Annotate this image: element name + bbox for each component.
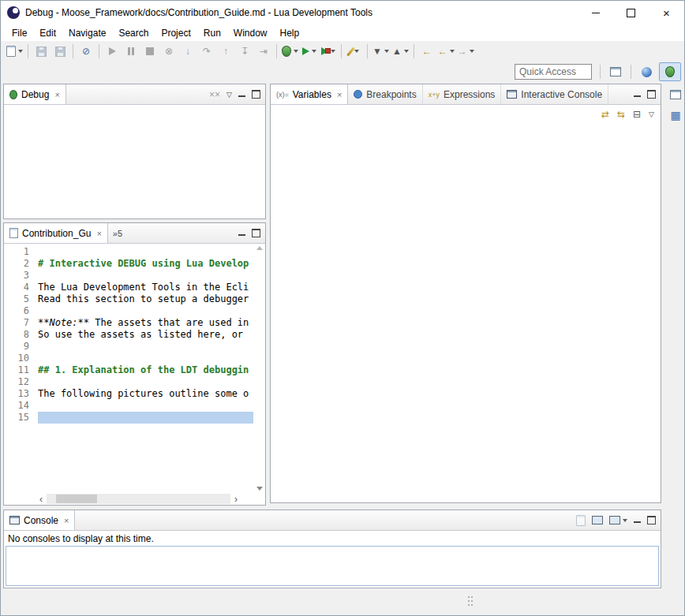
disconnect-button[interactable]: ⊗ (159, 43, 178, 60)
menu-help[interactable]: Help (274, 26, 306, 40)
step-over-button[interactable]: ↷ (197, 43, 216, 60)
hidden-editors-indicator[interactable]: »5 (108, 223, 127, 243)
maximize-debug-view-button[interactable] (252, 90, 260, 99)
line-number[interactable]: 13 (4, 388, 38, 400)
tab-variables[interactable]: (x)= Variables × (271, 84, 348, 104)
note-emphasis: **Note:** (38, 317, 89, 328)
save-button[interactable] (32, 43, 51, 60)
menu-edit[interactable]: Edit (33, 26, 62, 40)
close-console-tab-icon[interactable]: × (64, 516, 69, 525)
tab-breakpoints[interactable]: Breakpoints (348, 84, 422, 104)
mark-occurrences-button[interactable] (345, 43, 364, 60)
maximize-editor-button[interactable] (252, 229, 260, 237)
maximize-variables-view-button[interactable] (647, 90, 656, 99)
tab-console[interactable]: Console × (4, 510, 75, 530)
restore-grid-view-button[interactable]: ▦ (668, 107, 683, 123)
menu-window[interactable]: Window (227, 26, 274, 40)
quick-access-input[interactable]: Quick Access (515, 64, 592, 80)
hscroll-thumb[interactable] (56, 495, 97, 503)
scroll-left-icon[interactable]: ‹ (36, 494, 47, 505)
forward-button[interactable]: → (456, 43, 476, 60)
menu-file[interactable]: File (6, 26, 33, 40)
app-icon[interactable] (7, 6, 20, 19)
open-perspective-button[interactable] (605, 62, 627, 81)
grid-view-icon: ▦ (670, 110, 680, 121)
menu-search[interactable]: Search (112, 26, 155, 40)
external-tools-button[interactable] (319, 43, 338, 60)
scroll-right-icon[interactable]: › (230, 494, 241, 505)
menu-run[interactable]: Run (197, 26, 227, 40)
lua-perspective-icon (642, 67, 652, 77)
line-number[interactable]: 2 (4, 258, 38, 270)
use-step-filters-button[interactable]: ⇥ (254, 43, 273, 60)
maximize-console-view-button[interactable] (647, 516, 656, 525)
close-variables-tab-icon[interactable]: × (337, 90, 342, 99)
new-button[interactable] (5, 43, 24, 60)
open-console-button[interactable] (609, 516, 627, 525)
run-button[interactable] (300, 43, 319, 60)
line-number[interactable]: 12 (4, 376, 38, 388)
back-button[interactable]: ← (436, 43, 456, 60)
scroll-down-icon[interactable] (256, 487, 263, 491)
collapse-all-button[interactable]: ⊟ (633, 110, 641, 119)
last-edit-location-button[interactable]: ← (417, 43, 436, 60)
editor-body[interactable]: 1 2# Interactive DEBUG using Lua Develop… (4, 244, 265, 493)
remove-terminated-button[interactable]: ×× (209, 90, 220, 99)
skip-all-breakpoints-button[interactable]: ⊘ (77, 43, 95, 60)
save-all-button[interactable] (51, 43, 69, 60)
close-window-button[interactable]: × (649, 1, 684, 24)
debug-button[interactable] (280, 43, 300, 60)
minimize-window-button[interactable] (578, 1, 613, 24)
tab-debug[interactable]: Debug × (4, 84, 66, 104)
variables-view-menu-icon[interactable]: ▽ (649, 110, 654, 118)
line-number[interactable]: 7 (4, 317, 38, 329)
line-number[interactable]: 10 (4, 353, 38, 364)
editor-horizontal-scrollbar[interactable]: ‹ › (4, 493, 265, 505)
next-annotation-button[interactable]: ▼ (371, 43, 391, 60)
debug-view-tabbar: Debug × ×× ▽ (4, 84, 265, 105)
line-number[interactable]: 6 (4, 305, 38, 317)
restore-view-button[interactable] (668, 87, 683, 103)
line-number[interactable]: 1 (4, 246, 38, 258)
step-into-button[interactable]: ↓ (178, 43, 197, 60)
minimize-debug-view-button[interactable] (238, 95, 245, 97)
tab-expressions[interactable]: x+y Expressions (423, 84, 502, 104)
line-number[interactable]: 11 (4, 364, 38, 376)
lua-perspective-button[interactable] (635, 62, 657, 81)
resume-button[interactable] (103, 43, 122, 60)
line-number[interactable]: 3 (4, 270, 38, 282)
minimize-console-view-button[interactable] (634, 521, 641, 523)
step-return-button[interactable]: ↑ (216, 43, 235, 60)
tab-interactive-console[interactable]: Interactive Console (501, 84, 608, 104)
line-number[interactable]: 8 (4, 329, 38, 341)
suspend-button[interactable] (122, 43, 140, 60)
minimize-variables-view-button[interactable] (634, 95, 641, 97)
close-debug-tab-icon[interactable]: × (54, 90, 59, 99)
debug-view-menu-icon[interactable]: ▽ (226, 91, 232, 99)
hscroll-track[interactable] (47, 494, 230, 504)
line-number[interactable]: 5 (4, 293, 38, 305)
drop-to-frame-button[interactable]: ↧ (235, 43, 254, 60)
show-columns-button[interactable]: ⇆ (617, 110, 625, 119)
tab-contribution-guide[interactable]: Contribution_Gu × (4, 223, 108, 243)
line-number[interactable]: 4 (4, 282, 38, 293)
step-filters-icon: ⇥ (260, 47, 268, 56)
display-console-button[interactable] (592, 516, 603, 525)
previous-annotation-button[interactable]: ▲ (391, 43, 410, 60)
editor-text-area[interactable]: 1 2# Interactive DEBUG using Lua Develop… (4, 244, 253, 493)
clear-console-button[interactable] (576, 515, 586, 526)
editor-vertical-scrollbar[interactable] (253, 244, 265, 493)
close-editor-tab-icon[interactable]: × (96, 229, 101, 238)
menu-project[interactable]: Project (155, 26, 197, 40)
line-number[interactable]: 9 (4, 341, 38, 353)
terminate-button[interactable] (140, 43, 159, 60)
menu-navigate[interactable]: Navigate (62, 26, 112, 40)
debug-perspective-button[interactable] (659, 62, 681, 81)
maximize-window-button[interactable] (613, 1, 649, 24)
line-number[interactable]: 15 (4, 412, 38, 424)
show-logical-structure-button[interactable]: ⇄ (601, 110, 609, 119)
line-number[interactable]: 14 (4, 400, 38, 412)
scroll-up-icon[interactable] (256, 246, 263, 250)
statusbar-grip-handle[interactable] (468, 596, 470, 598)
minimize-editor-button[interactable] (238, 234, 245, 236)
